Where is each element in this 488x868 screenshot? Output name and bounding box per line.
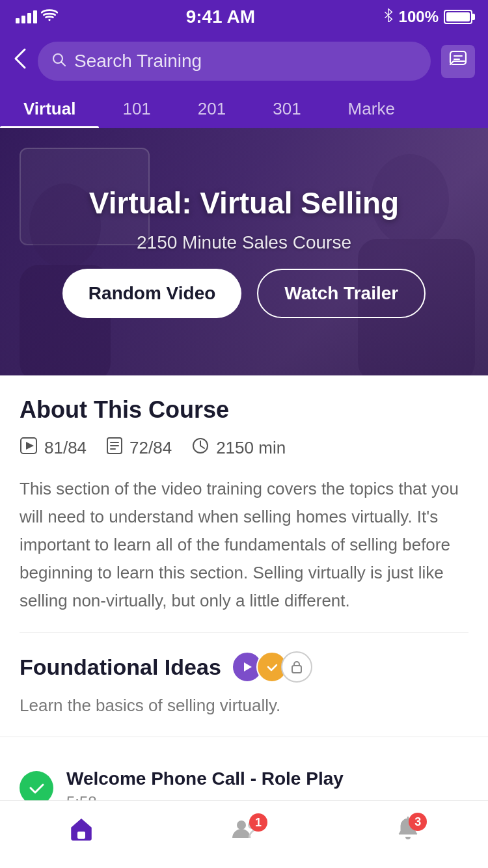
battery-icon bbox=[444, 10, 472, 24]
stat-docs-value: 72/84 bbox=[129, 438, 172, 458]
status-left bbox=[16, 8, 58, 25]
doc-icon bbox=[106, 437, 123, 459]
status-bar: 9:41 AM 100% bbox=[0, 0, 488, 33]
nav-bell[interactable]: 3 bbox=[377, 811, 439, 852]
search-placeholder: Search Training bbox=[74, 51, 202, 72]
home-icon bbox=[69, 817, 94, 847]
stat-time: 2150 min bbox=[191, 437, 286, 459]
divider-1 bbox=[20, 632, 468, 633]
stat-videos: 81/84 bbox=[20, 437, 87, 459]
svg-point-0 bbox=[48, 19, 50, 21]
bottom-nav: 1 3 bbox=[0, 800, 488, 868]
stat-minutes-value: 2150 min bbox=[216, 438, 286, 458]
foundational-heading: Foundational Ideas bbox=[20, 655, 221, 680]
nav-home[interactable] bbox=[49, 812, 113, 852]
search-bar[interactable]: Search Training bbox=[38, 42, 431, 81]
foundational-description: Learn the basics of selling virtually. bbox=[20, 693, 468, 718]
bluetooth-icon bbox=[383, 8, 394, 26]
hero-buttons: Random Video Watch Trailer bbox=[62, 269, 426, 318]
svg-line-4 bbox=[62, 62, 66, 66]
random-video-button[interactable]: Random Video bbox=[62, 269, 242, 318]
back-button[interactable] bbox=[13, 47, 27, 75]
status-time: 9:41 AM bbox=[186, 7, 255, 27]
main-content: About This Course 81/84 72/84 bbox=[0, 375, 488, 845]
svg-line-20 bbox=[200, 446, 204, 448]
hero-subtitle: 2150 Minute Sales Course bbox=[137, 232, 351, 253]
tabs: Virtual 101 201 301 Marke bbox=[0, 90, 488, 128]
stat-videos-value: 81/84 bbox=[44, 438, 87, 458]
tab-virtual[interactable]: Virtual bbox=[0, 90, 99, 128]
icon-badge-lock bbox=[281, 651, 312, 683]
svg-line-1 bbox=[385, 12, 388, 15]
stat-docs: 72/84 bbox=[106, 437, 172, 459]
status-right: 100% bbox=[383, 8, 472, 26]
section-icons bbox=[232, 651, 312, 683]
course-description: This section of the video training cover… bbox=[20, 475, 468, 614]
about-heading: About This Course bbox=[20, 396, 468, 424]
watch-trailer-button[interactable]: Watch Trailer bbox=[257, 269, 426, 318]
message-button[interactable] bbox=[441, 45, 475, 78]
wifi-icon bbox=[41, 8, 58, 25]
svg-marker-21 bbox=[244, 662, 252, 671]
team-badge: 1 bbox=[249, 813, 267, 832]
search-icon bbox=[51, 51, 66, 71]
svg-point-24 bbox=[237, 821, 246, 830]
list-item-title: Welcome Phone Call - Role Play bbox=[66, 768, 468, 789]
battery-percent: 100% bbox=[399, 8, 439, 26]
tab-marke[interactable]: Marke bbox=[325, 90, 418, 128]
stats-row: 81/84 72/84 2150 min bbox=[20, 437, 468, 459]
svg-rect-22 bbox=[292, 666, 301, 673]
hero-banner: Virtual: Virtual Selling 2150 Minute Sal… bbox=[0, 128, 488, 375]
hero-title: Virtual: Virtual Selling bbox=[89, 185, 399, 221]
foundational-header: Foundational Ideas bbox=[20, 651, 468, 683]
bell-badge: 3 bbox=[409, 813, 427, 831]
divider-2 bbox=[0, 737, 488, 737]
signal-icon bbox=[16, 10, 37, 23]
nav-team[interactable]: 1 bbox=[211, 812, 279, 852]
play-icon bbox=[20, 437, 38, 459]
tab-301[interactable]: 301 bbox=[249, 90, 324, 128]
tab-201[interactable]: 201 bbox=[174, 90, 249, 128]
hero-content: Virtual: Virtual Selling 2150 Minute Sal… bbox=[0, 128, 488, 375]
clock-icon bbox=[191, 437, 210, 459]
tab-101[interactable]: 101 bbox=[99, 90, 174, 128]
header: Search Training bbox=[0, 33, 488, 90]
svg-rect-23 bbox=[77, 832, 85, 839]
svg-marker-13 bbox=[26, 442, 34, 450]
svg-line-2 bbox=[385, 15, 388, 18]
